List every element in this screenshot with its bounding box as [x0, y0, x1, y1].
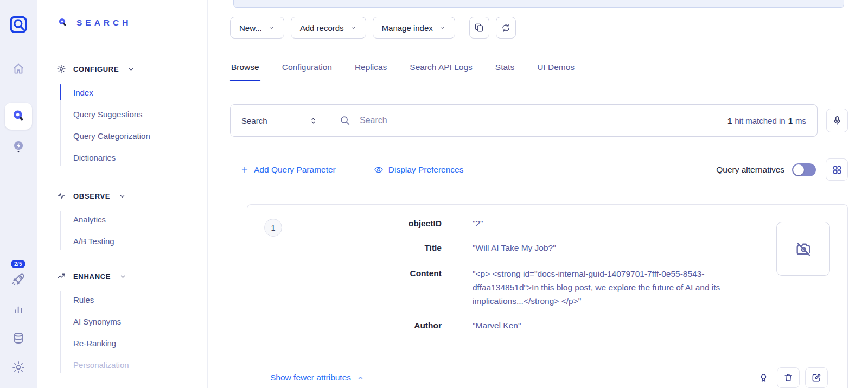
section-observe-header[interactable]: OBSERVE	[37, 191, 207, 201]
chevron-down-icon	[118, 192, 126, 200]
section-configure-header[interactable]: CONFIGURE	[37, 64, 207, 74]
usage-badge: 2/5	[11, 260, 25, 268]
matched-text: hit matched in	[735, 116, 785, 125]
sidebar-item-ai-synonyms[interactable]: AI Synonyms	[60, 310, 207, 332]
section-enhance: ENHANCE Rules AI Synonyms Re-Ranking Per…	[37, 271, 207, 376]
sidebar-header: SEARCH	[37, 0, 207, 29]
query-options-row: Add Query Parameter Display Preferences …	[230, 158, 848, 181]
add-query-parameter-label: Add Query Parameter	[254, 165, 336, 175]
search-stats: 1 hit matched in 1 ms	[727, 116, 806, 125]
attribute-name: Content	[261, 267, 442, 280]
search-input[interactable]	[360, 116, 719, 125]
grid-icon	[832, 164, 843, 175]
copy-index-button[interactable]	[469, 17, 489, 39]
rail-bottom-group: 2/5	[8, 261, 29, 378]
sidebar-item-re-ranking[interactable]: Re-Ranking	[60, 332, 207, 354]
recommend-icon[interactable]	[8, 136, 29, 158]
algolia-logo-icon[interactable]	[8, 14, 29, 35]
tab-ui-demos[interactable]: UI Demos	[536, 57, 576, 81]
attribute-row-objectid: objectID "2"	[261, 217, 755, 230]
search-balloon-icon	[10, 108, 27, 124]
sidebar-item-analytics[interactable]: Analytics	[60, 208, 207, 230]
search-product-tile[interactable]	[5, 103, 32, 130]
display-preferences-link[interactable]: Display Preferences	[374, 165, 464, 175]
tab-stats[interactable]: Stats	[494, 57, 515, 81]
enhance-items: Rules AI Synonyms Re-Ranking Personaliza…	[60, 289, 207, 376]
tab-search-api-logs[interactable]: Search API Logs	[409, 57, 473, 81]
new-button-label: New...	[239, 23, 262, 33]
trend-up-icon	[56, 271, 66, 281]
attribute-value: "Will AI Take My Job?"	[473, 241, 755, 255]
product-title: SEARCH	[76, 18, 131, 28]
layout-grid-button[interactable]	[826, 158, 848, 181]
upgrade-rocket-icon[interactable]: 2/5	[8, 269, 29, 290]
settings-gear-icon[interactable]	[8, 357, 29, 378]
chevron-down-icon	[349, 24, 357, 31]
edit-record-button[interactable]	[805, 367, 828, 388]
plus-icon	[240, 166, 249, 174]
pulse-icon	[56, 191, 66, 201]
attribute-name: Author	[261, 319, 442, 332]
add-records-label: Add records	[300, 23, 344, 33]
top-banner-cutoff	[233, 0, 844, 8]
section-label: CONFIGURE	[73, 65, 119, 73]
index-tabs: Browse Configuration Replicas Search API…	[230, 57, 755, 81]
observe-items: Analytics A/B Testing	[60, 208, 207, 252]
section-label: OBSERVE	[73, 192, 110, 200]
voice-search-button[interactable]	[826, 109, 848, 132]
analytics-bars-icon[interactable]	[8, 298, 29, 320]
gear-icon	[56, 64, 66, 74]
tab-configuration[interactable]: Configuration	[281, 57, 333, 81]
search-bar: Search 1 hit matched in 1 ms	[230, 104, 818, 137]
hit-count: 1	[727, 116, 732, 125]
delete-record-button[interactable]	[777, 367, 800, 388]
main-content: New... Add records Manage index Browse C…	[208, 0, 868, 388]
new-button[interactable]: New...	[230, 17, 284, 39]
refresh-button[interactable]	[496, 17, 516, 39]
sidebar-item-dictionaries[interactable]: Dictionaries	[60, 147, 207, 168]
hit-card: 1 objectID "2" Title "Will AI Take My Jo…	[247, 204, 848, 388]
section-enhance-header[interactable]: ENHANCE	[37, 271, 207, 281]
search-mode-value: Search	[241, 116, 267, 125]
toggle-knob	[793, 164, 804, 175]
ranking-info-button[interactable]	[755, 368, 771, 388]
rail-divider	[8, 47, 29, 47]
chevron-down-icon	[127, 65, 135, 73]
eye-icon	[374, 165, 384, 175]
tab-browse[interactable]: Browse	[230, 57, 260, 81]
sidebar-item-rules[interactable]: Rules	[60, 289, 207, 310]
hit-image-placeholder	[776, 222, 830, 276]
attribute-row-content: Content "<p> <strong id="docs-internal-g…	[261, 267, 755, 308]
search-mode-select[interactable]: Search	[231, 105, 327, 136]
attribute-value: "Marvel Ken"	[473, 319, 755, 332]
display-preferences-label: Display Preferences	[388, 165, 464, 175]
sidebar-item-index[interactable]: Index	[60, 81, 207, 103]
attribute-row-author: Author "Marvel Ken"	[261, 319, 755, 332]
home-icon[interactable]	[8, 58, 29, 80]
hit-actions	[755, 367, 828, 388]
sidebar-item-personalization[interactable]: Personalization	[60, 354, 207, 376]
show-fewer-attributes-link[interactable]: Show fewer attributes	[270, 373, 365, 383]
hit-footer: Show fewer attributes	[270, 367, 828, 388]
camera-off-icon	[794, 240, 813, 258]
algolia-dashboard: 2/5 SEARCH CONFIGURE	[0, 0, 868, 388]
icon-rail: 2/5	[0, 0, 37, 388]
section-configure: CONFIGURE Index Query Suggestions Query …	[37, 64, 207, 168]
attribute-name: Title	[261, 241, 442, 255]
sidebar-item-query-suggestions[interactable]: Query Suggestions	[60, 103, 207, 125]
tab-replicas[interactable]: Replicas	[354, 57, 388, 81]
hit-attributes: objectID "2" Title "Will AI Take My Job?…	[261, 217, 755, 332]
add-records-button[interactable]: Add records	[291, 17, 366, 39]
search-row: Search 1 hit matched in 1 ms	[230, 104, 848, 137]
add-query-parameter-link[interactable]: Add Query Parameter	[240, 165, 336, 175]
chevron-down-icon	[119, 272, 127, 281]
bulb-lightning-icon	[11, 139, 26, 155]
data-sources-icon[interactable]	[8, 327, 29, 349]
query-alternatives-toggle[interactable]	[792, 163, 816, 176]
show-fewer-label: Show fewer attributes	[270, 373, 351, 383]
time-value: 1	[788, 116, 793, 125]
sidebar-item-query-categorization[interactable]: Query Categorization	[60, 125, 207, 147]
manage-index-button[interactable]: Manage index	[373, 17, 455, 39]
sidebar-item-ab-testing[interactable]: A/B Testing	[60, 230, 207, 252]
index-toolbar: New... Add records Manage index	[230, 17, 848, 39]
